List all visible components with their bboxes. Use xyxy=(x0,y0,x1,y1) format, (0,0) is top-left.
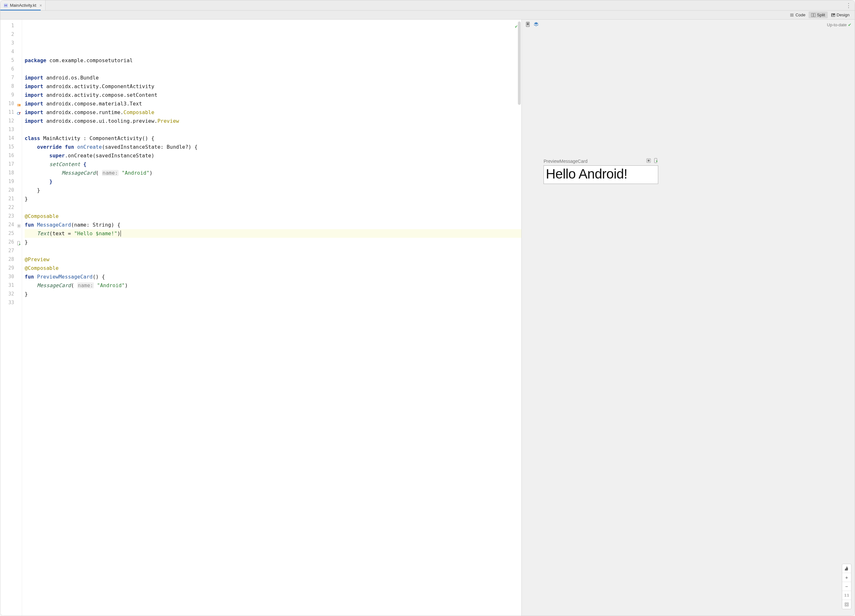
code-line[interactable]: import androidx.compose.runtime.Composab… xyxy=(25,108,521,116)
code-line[interactable] xyxy=(25,333,521,342)
override-gutter-icon[interactable] xyxy=(16,110,21,115)
compose-preview-pane: Up-to-date ✔ PreviewMessageCard xyxy=(521,20,855,616)
svg-rect-12 xyxy=(527,23,529,25)
code-line[interactable] xyxy=(25,307,521,316)
line-number: 4 xyxy=(0,48,22,56)
line-number: 26 xyxy=(0,238,22,247)
code-line[interactable]: class MainActivity : ComponentActivity()… xyxy=(25,134,521,143)
preview-text-output: Hello Android! xyxy=(546,166,656,182)
preview-rendered-surface[interactable]: Hello Android! xyxy=(544,165,658,184)
preview-animation-icon[interactable] xyxy=(646,158,651,164)
class-gutter-icon[interactable] xyxy=(16,101,21,106)
code-line[interactable]: fun PreviewMessageCard() { xyxy=(25,273,521,281)
view-mode-design-label: Design xyxy=(837,12,850,17)
code-line[interactable]: } xyxy=(25,186,521,195)
code-editor[interactable]: ✔ package com.example.composetutorialimp… xyxy=(22,20,521,616)
view-mode-split[interactable]: Split xyxy=(809,12,827,18)
code-line[interactable]: } xyxy=(25,177,521,186)
code-line[interactable]: fun MessageCard(name: String) { xyxy=(25,221,521,229)
code-line[interactable]: MessageCard( name: "Android") xyxy=(25,281,521,290)
code-line[interactable]: } xyxy=(25,195,521,203)
code-line[interactable]: } xyxy=(25,290,521,298)
code-line[interactable]: override fun onCreate(savedInstanceState… xyxy=(25,143,521,151)
view-mode-design[interactable]: Design xyxy=(828,12,852,18)
code-line[interactable]: import androidx.compose.material3.Text xyxy=(25,100,521,108)
view-mode-toolbar: Code Split Design xyxy=(0,11,855,20)
line-number: 29 xyxy=(0,264,22,273)
code-line[interactable]: import android.os.Bundle xyxy=(25,74,521,82)
code-line[interactable] xyxy=(25,125,521,134)
code-line[interactable] xyxy=(25,316,521,324)
line-number: 25 xyxy=(0,229,22,238)
code-line[interactable]: } xyxy=(25,238,521,247)
svg-rect-6 xyxy=(18,104,19,105)
code-line[interactable] xyxy=(25,203,521,212)
zoom-out-button[interactable]: − xyxy=(842,582,851,591)
design-view-icon xyxy=(831,13,835,17)
preview-status-label: Up-to-date xyxy=(827,23,847,27)
preview-status: Up-to-date ✔ xyxy=(827,23,852,27)
code-line[interactable]: import androidx.compose.ui.tooling.previ… xyxy=(25,116,521,125)
code-line[interactable]: @Composable xyxy=(25,212,521,221)
line-number: 27 xyxy=(0,247,22,255)
code-line[interactable]: Text(text = "Hello $name!") xyxy=(25,229,521,238)
preview-deploy-icon[interactable] xyxy=(653,158,658,164)
zoom-in-button[interactable]: + xyxy=(842,573,851,582)
view-mode-code-label: Code xyxy=(795,12,805,17)
line-number: 14 xyxy=(0,134,22,143)
code-line[interactable] xyxy=(25,324,521,333)
code-line[interactable]: super.onCreate(savedInstanceState) xyxy=(25,151,521,160)
line-number: 3 xyxy=(0,39,22,48)
editor-scrollbar[interactable] xyxy=(518,21,521,105)
code-line[interactable]: setContent { xyxy=(25,160,521,169)
line-number: 8 xyxy=(0,82,22,91)
view-mode-code[interactable]: Code xyxy=(787,12,808,18)
preview-composable[interactable]: PreviewMessageCard Hello Android! xyxy=(544,158,658,184)
line-number: 28 xyxy=(0,255,22,264)
preview-toolbar: Up-to-date ✔ xyxy=(522,20,855,30)
svg-point-4 xyxy=(832,14,833,15)
line-number: 6 xyxy=(0,65,22,74)
code-line[interactable]: package com.example.composetutorial xyxy=(25,56,521,65)
code-line[interactable]: MessageCard( name: "Android") xyxy=(25,169,521,177)
line-number: 16 xyxy=(0,151,22,160)
code-line[interactable]: import androidx.activity.compose.setCont… xyxy=(25,91,521,100)
zoom-reset-button[interactable]: 1:1 xyxy=(842,591,851,600)
line-number: 21 xyxy=(0,195,22,203)
kotlin-file-icon xyxy=(3,3,8,8)
zoom-fit-button[interactable] xyxy=(842,600,851,609)
svg-point-9 xyxy=(18,225,20,226)
tab-overflow-menu-icon[interactable]: ⋮ xyxy=(843,2,855,9)
line-number: 30 xyxy=(0,273,22,281)
close-tab-icon[interactable]: × xyxy=(40,3,42,8)
line-number: 17 xyxy=(0,160,22,169)
code-line[interactable]: import androidx.activity.ComponentActivi… xyxy=(25,82,521,91)
status-ok-icon: ✔ xyxy=(848,23,852,27)
line-number: 32 xyxy=(0,290,22,298)
line-number: 23 xyxy=(0,212,22,221)
line-number: 10 xyxy=(0,100,22,108)
code-editor-pane: 1234567891011121314151617181920212223242… xyxy=(0,20,521,616)
preview-device-icon[interactable] xyxy=(525,21,531,28)
line-number: 11 xyxy=(0,108,22,116)
run-gutter-icon[interactable] xyxy=(16,240,21,245)
code-line[interactable]: @Composable xyxy=(25,264,521,273)
editor-gutter: 1234567891011121314151617181920212223242… xyxy=(0,20,22,616)
preview-layers-icon[interactable] xyxy=(533,21,539,28)
inspection-ok-icon[interactable]: ✔ xyxy=(515,22,518,31)
gear-gutter-icon[interactable] xyxy=(16,222,21,228)
editor-tabbar: MainActivity.kt × ⋮ xyxy=(0,0,855,11)
code-line[interactable] xyxy=(25,247,521,255)
line-number: 1 xyxy=(0,21,22,30)
file-tab[interactable]: MainActivity.kt × xyxy=(0,0,46,10)
view-mode-split-label: Split xyxy=(817,12,825,17)
code-line[interactable] xyxy=(25,298,521,307)
file-tab-label: MainActivity.kt xyxy=(10,3,36,8)
line-number: 24 xyxy=(0,221,22,229)
code-line[interactable] xyxy=(25,65,521,74)
code-line[interactable]: @Preview xyxy=(25,255,521,264)
svg-rect-17 xyxy=(846,604,847,605)
zoom-pan-icon[interactable] xyxy=(842,564,851,573)
preview-canvas[interactable]: PreviewMessageCard Hello Android! xyxy=(522,30,855,616)
line-number: 15 xyxy=(0,143,22,151)
